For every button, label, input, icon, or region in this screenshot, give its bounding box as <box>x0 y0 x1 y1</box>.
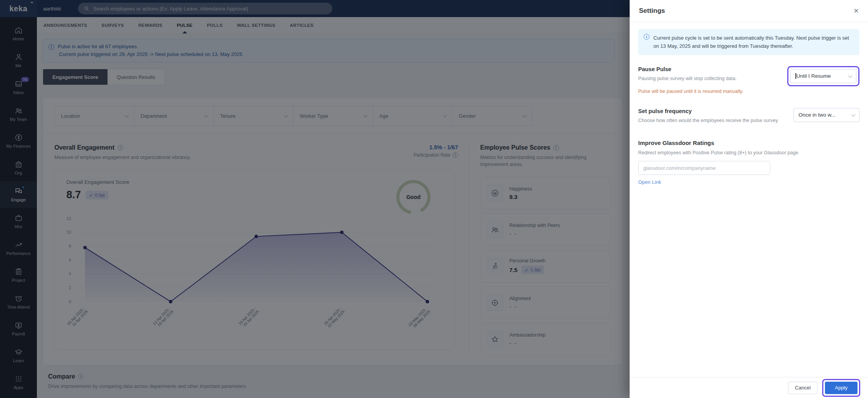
chevron-down-icon <box>851 112 856 117</box>
apply-button[interactable]: Apply <box>825 382 858 394</box>
pulse-frequency-label: Set pulse frequency <box>638 108 778 114</box>
pulse-cycle-info-box: i Current pulse cycle is set to be sent … <box>638 29 859 55</box>
pause-pulse-dropdown[interactable]: Until I Resume <box>790 69 856 83</box>
chevron-down-icon <box>848 73 852 78</box>
pulse-frequency-row: Set pulse frequency Choose how often wou… <box>638 108 859 124</box>
modal-dim-overlay <box>0 0 630 398</box>
pause-pulse-row: Pause Pulse Pausing pulse survey will st… <box>638 66 859 94</box>
pause-pulse-warning: Pulse will be paused until it is resumed… <box>638 89 743 94</box>
pulse-cycle-info-text: Current pulse cycle is set to be sent au… <box>653 34 854 51</box>
screen: keka aarthiiiii Search employees or acti… <box>0 0 868 398</box>
glassdoor-url-input[interactable] <box>638 161 770 175</box>
settings-title: Settings <box>639 7 665 15</box>
pulse-frequency-desc: Choose how often would the employees rec… <box>638 117 778 124</box>
pause-pulse-label: Pause Pulse <box>638 66 743 72</box>
glassdoor-title: Improve Glassdoor Ratings <box>638 140 859 146</box>
text-cursor <box>795 73 796 79</box>
pulse-frequency-dropdown[interactable]: Once in two w... <box>793 108 859 122</box>
open-link[interactable]: Open Link <box>638 179 661 185</box>
settings-footer: Cancel Apply <box>630 377 868 398</box>
cancel-button[interactable]: Cancel <box>788 382 818 394</box>
pulse-frequency-value: Once in two w... <box>799 112 835 118</box>
pause-pulse-desc: Pausing pulse survey will stop collectin… <box>638 75 743 82</box>
pause-pulse-value: Until I Resume <box>797 73 831 79</box>
glassdoor-desc: Redirect employees with Positive Pulse r… <box>638 150 859 155</box>
pause-pulse-highlight: Until I Resume <box>787 66 859 86</box>
settings-panel: Settings × i Current pulse cycle is set … <box>630 0 868 398</box>
apply-highlight: Apply <box>822 379 860 397</box>
close-icon[interactable]: × <box>854 7 859 15</box>
info-icon: i <box>644 34 649 40</box>
